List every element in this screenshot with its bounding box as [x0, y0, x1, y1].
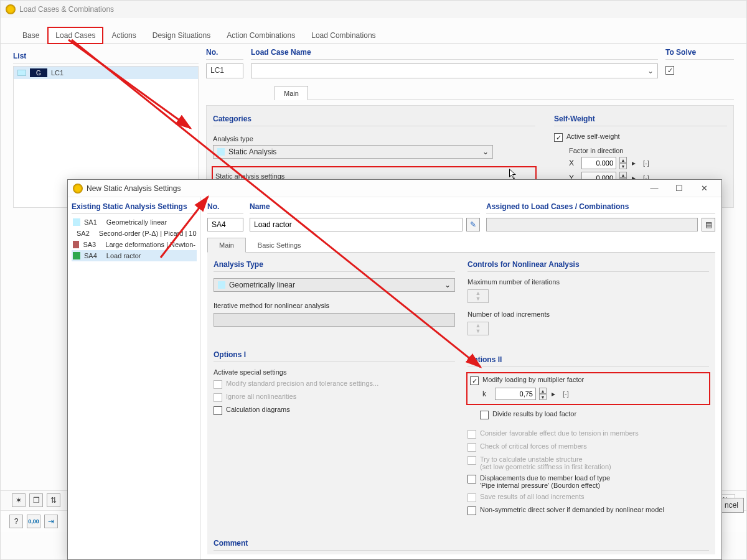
cancel-button-partial[interactable]: ncel: [719, 498, 744, 513]
color-swatch: [217, 148, 225, 156]
unstable-l2: (set low geometric stiffness in first it…: [480, 463, 611, 470]
tab-actions[interactable]: Actions: [103, 27, 144, 44]
main-title: Load Cases & Combinations: [19, 5, 114, 14]
sa-item-1[interactable]: SA1 Geometrically linear: [72, 217, 197, 228]
maximize-button[interactable]: ☐: [667, 184, 692, 193]
dlg-no-input[interactable]: [207, 218, 243, 231]
dlg-no-label: No.: [207, 202, 243, 214]
active-selfweight-checkbox[interactable]: [554, 133, 563, 142]
tab-action-combinations[interactable]: Action Combinations: [218, 27, 303, 44]
dialog-icon: [73, 184, 83, 194]
options1-title: Options I: [214, 349, 455, 362]
list-row-lc1[interactable]: G LC1: [14, 67, 198, 79]
unstable-checkbox: [467, 456, 476, 465]
close-button[interactable]: ✕: [692, 184, 716, 193]
displ-l1: Displacements due to member load of type: [480, 474, 610, 482]
ignore-nonlin-label: Ignore all nonlinearities: [226, 393, 296, 400]
sa-item-3[interactable]: SA3 Large deformations | Newton-: [72, 239, 197, 250]
k-unit: [-]: [563, 390, 569, 398]
color-swatch: [73, 218, 80, 226]
sa-item-4[interactable]: SA4 Load ractor: [72, 250, 197, 261]
main-tabstrip: Base Load Cases Actions Design Situation…: [1, 18, 746, 44]
tab-base[interactable]: Base: [14, 27, 47, 44]
minimize-button[interactable]: —: [642, 184, 667, 193]
assigned-picker-button[interactable]: ▤: [702, 218, 715, 231]
existing-sas-panel: Existing Static Analysis Settings SA1 Ge…: [68, 197, 201, 559]
analysis-type-combo[interactable]: Static Analysis ⌄: [213, 145, 493, 159]
chevron-down-icon: ⌄: [444, 281, 451, 289]
dialog-titlebar: New Static Analysis Settings — ☐ ✕: [68, 180, 721, 197]
no-field[interactable]: LC1: [206, 63, 243, 78]
critical-label: Check of critical forces of members: [480, 442, 587, 450]
solve-label: To Solve: [665, 48, 734, 60]
x-unit: [-]: [643, 159, 649, 167]
analysistype-combo[interactable]: Geometrically linear ⌄: [214, 278, 455, 292]
assigned-label: Assigned to Load Cases / Combinations: [486, 202, 715, 214]
main-titlebar: Load Cases & Combinations: [1, 1, 746, 18]
x-input[interactable]: [581, 157, 616, 169]
tab-load-cases[interactable]: Load Cases: [47, 27, 103, 44]
assigned-field[interactable]: [486, 218, 698, 231]
sa-item-2[interactable]: SA2 Second-order (P-Δ) | Picard | 10: [72, 228, 197, 239]
existing-sas-title: Existing Static Analysis Settings: [72, 202, 197, 214]
selfweight-title: Self-Weight: [554, 112, 727, 126]
divide-results-label: Divide results by load factor: [492, 410, 576, 418]
color-swatch: [218, 281, 225, 289]
nonsym-label: Non-symmetric direct solver if demanded …: [480, 506, 664, 513]
max-iter-label: Maximum number of iterations: [467, 278, 709, 286]
sort-button[interactable]: ⇅: [47, 493, 60, 507]
app-icon: [6, 4, 16, 14]
tab-main[interactable]: Main: [275, 86, 308, 100]
chevron-down-icon: ⌄: [647, 67, 654, 75]
ignore-nonlin-checkbox: [214, 393, 222, 402]
k-input[interactable]: [495, 388, 536, 400]
help-button[interactable]: ?: [9, 515, 23, 528]
new-button[interactable]: ✶: [12, 493, 26, 507]
tension-checkbox: [467, 430, 476, 439]
name-label: Load Case Name: [251, 48, 658, 60]
analysis-type-sublabel: Analysis type: [213, 135, 535, 142]
dlg-tab-basic[interactable]: Basic Settings: [246, 238, 313, 252]
active-selfweight-label: Active self-weight: [566, 133, 620, 140]
modify-precision-label: Modify standard precision and tolerance …: [226, 380, 378, 387]
tab-design-situations[interactable]: Design Situations: [144, 27, 218, 44]
dialog-title: New Static Analysis Settings: [87, 184, 181, 193]
dlg-tab-main[interactable]: Main: [207, 238, 246, 253]
dlg-name-input[interactable]: [250, 218, 463, 231]
factor-dir-label: Factor in direction: [569, 147, 727, 154]
analysis-type-value: Static Analysis: [228, 147, 276, 156]
save-incr-checkbox: [467, 493, 476, 502]
displacements-checkbox[interactable]: [467, 475, 476, 483]
k-spinner[interactable]: ▲▼: [539, 388, 547, 400]
x-spinner[interactable]: ▲▼: [619, 157, 627, 169]
dlg-name-label: Name: [250, 202, 480, 214]
analysistype-value: Geometrically linear: [229, 281, 295, 289]
x-label: X: [569, 159, 578, 167]
modify-precision-checkbox: [214, 380, 222, 389]
max-iter-spinner: ▲▼: [467, 289, 489, 303]
copy-button[interactable]: ❐: [29, 493, 43, 507]
nonsym-checkbox[interactable]: [467, 506, 476, 515]
no-label: No.: [206, 48, 243, 60]
divide-results-checkbox[interactable]: [480, 411, 489, 419]
color-swatch: [73, 252, 80, 259]
iter-method-label: Iterative method for nonlinear analysis: [214, 302, 455, 309]
tab-load-combinations[interactable]: Load Combinations: [303, 27, 383, 44]
modify-loading-checkbox[interactable]: [470, 376, 479, 385]
activate-label: Activate special settings: [214, 368, 455, 376]
name-editor-button[interactable]: ✎: [466, 218, 480, 231]
tolerance-button[interactable]: ⇥: [44, 515, 58, 528]
solve-checkbox[interactable]: [665, 66, 674, 75]
list-item-label: LC1: [51, 69, 63, 77]
chevron-down-icon: ⌄: [482, 147, 489, 156]
decimal-button[interactable]: 0,00: [27, 515, 40, 528]
iter-method-combo: [214, 313, 455, 327]
name-combo[interactable]: ⌄: [251, 63, 658, 78]
categories-title: Categories: [213, 112, 535, 126]
load-incr-label: Number of load increments: [467, 310, 709, 318]
comment-title: Comment: [214, 538, 709, 551]
calc-diagrams-checkbox[interactable]: [214, 406, 222, 415]
save-incr-label: Save results of all load increments: [480, 493, 585, 500]
displ-l2: 'Pipe internal pressure' (Bourdon effect…: [480, 482, 600, 489]
k-label: k: [482, 390, 491, 398]
